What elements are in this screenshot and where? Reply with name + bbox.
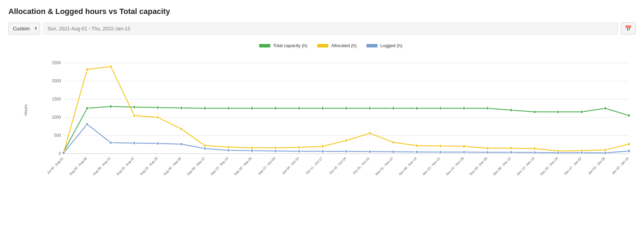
svg-point-60 [580, 111, 583, 113]
svg-point-71 [251, 146, 254, 149]
svg-point-57 [510, 109, 513, 111]
svg-point-112 [628, 150, 630, 153]
legend-color-total [259, 44, 270, 47]
svg-point-53 [416, 107, 418, 110]
svg-text:Dec-06 - Dec-12: Dec-06 - Dec-12 [492, 156, 512, 176]
svg-point-98 [298, 150, 301, 153]
svg-text:Nov-08 - Nov-14: Nov-08 - Nov-14 [398, 156, 417, 176]
svg-point-67 [156, 116, 159, 119]
svg-point-61 [604, 107, 607, 110]
svg-text:Jul-26 - Aug-01: Jul-26 - Aug-01 [46, 156, 64, 175]
period-select[interactable]: Custom [8, 23, 40, 35]
svg-point-76 [368, 132, 371, 135]
controls-bar: Custom ⬍ 📅 [8, 22, 636, 35]
svg-text:Nov-22 - Nov-28: Nov-22 - Nov-28 [445, 156, 464, 176]
svg-text:Oct-04 - Oct-10: Oct-04 - Oct-10 [281, 156, 300, 175]
svg-point-52 [392, 107, 395, 110]
svg-point-65 [109, 65, 112, 68]
svg-point-70 [227, 146, 230, 148]
legend-color-allocated [317, 44, 328, 47]
svg-point-97 [274, 150, 277, 153]
svg-text:Aug-23 - Aug-29: Aug-23 - Aug-29 [139, 156, 158, 176]
svg-point-39 [86, 107, 89, 110]
svg-point-47 [274, 107, 277, 110]
legend-label-logged: Logged (h) [380, 43, 402, 48]
svg-point-109 [557, 151, 559, 154]
svg-text:1000: 1000 [52, 115, 61, 120]
svg-point-81 [486, 147, 489, 149]
calendar-button[interactable]: 📅 [621, 22, 636, 35]
svg-text:Sep-20 - Sep-26: Sep-20 - Sep-26 [233, 156, 253, 176]
svg-point-92 [156, 142, 159, 145]
legend-color-logged [366, 44, 378, 47]
svg-text:Aug-30 - Sep-05: Aug-30 - Sep-05 [163, 156, 182, 176]
svg-point-94 [204, 147, 206, 150]
svg-text:2500: 2500 [52, 60, 61, 65]
chart-container: Total capacity (h) Allocated (h) Logged … [8, 43, 636, 185]
svg-point-107 [510, 151, 513, 154]
svg-point-80 [463, 145, 466, 148]
svg-text:Nov-15 - Nov-21: Nov-15 - Nov-21 [422, 156, 441, 176]
svg-point-46 [251, 107, 254, 110]
svg-point-75 [345, 139, 348, 142]
svg-point-108 [533, 151, 536, 154]
svg-text:Nov-01 - Nov-07: Nov-01 - Nov-07 [375, 156, 394, 176]
svg-text:Dec-20 - Dec-26: Dec-20 - Dec-26 [540, 156, 559, 176]
svg-point-40 [109, 105, 112, 108]
calendar-icon: 📅 [625, 25, 632, 31]
svg-point-42 [156, 106, 159, 109]
svg-point-56 [486, 107, 489, 110]
svg-text:Sep-27 - Oct-03: Sep-27 - Oct-03 [257, 156, 276, 176]
svg-point-95 [227, 149, 230, 152]
svg-point-93 [180, 143, 183, 146]
svg-point-64 [86, 68, 89, 71]
svg-point-104 [439, 151, 442, 154]
page-title: Allocation & Logged hours vs Total capac… [8, 7, 636, 16]
svg-point-44 [204, 107, 206, 110]
svg-point-79 [439, 144, 442, 147]
svg-point-106 [486, 151, 489, 154]
svg-text:Aug-02 - Aug-08: Aug-02 - Aug-08 [69, 156, 88, 176]
svg-point-58 [533, 111, 536, 113]
svg-point-62 [628, 114, 630, 117]
svg-point-66 [133, 114, 136, 117]
svg-point-55 [463, 107, 466, 110]
svg-point-69 [204, 144, 206, 147]
svg-point-110 [580, 151, 583, 154]
svg-text:Jan-03 - Jan-09: Jan-03 - Jan-09 [587, 156, 606, 175]
svg-point-59 [557, 111, 559, 113]
svg-text:Dec-13 - Dec-19: Dec-13 - Dec-19 [516, 156, 535, 176]
svg-text:Sep-13 - Sep-19: Sep-13 - Sep-19 [210, 156, 229, 176]
legend-allocated: Allocated (h) [317, 43, 357, 48]
legend-label-allocated: Allocated (h) [331, 43, 357, 48]
svg-point-100 [345, 150, 348, 153]
svg-point-89 [86, 123, 89, 126]
svg-point-77 [392, 141, 395, 144]
svg-point-101 [368, 150, 371, 153]
svg-point-51 [368, 107, 371, 110]
svg-text:500: 500 [54, 133, 61, 138]
svg-point-91 [133, 142, 136, 144]
svg-point-68 [180, 127, 183, 130]
legend-logged: Logged (h) [366, 43, 402, 48]
svg-point-74 [321, 145, 324, 148]
y-axis-label: Hours [23, 104, 28, 116]
svg-point-105 [463, 151, 466, 154]
svg-text:Dec-27 - Jan-02: Dec-27 - Jan-02 [564, 156, 583, 176]
svg-point-49 [321, 107, 324, 110]
svg-point-73 [298, 146, 301, 149]
svg-point-78 [416, 144, 418, 147]
svg-point-54 [439, 107, 442, 110]
svg-point-50 [345, 107, 348, 110]
svg-point-45 [227, 107, 230, 110]
svg-point-111 [604, 151, 607, 154]
svg-text:Oct-18 - Oct-24: Oct-18 - Oct-24 [329, 156, 347, 175]
svg-text:Jan-10 - Jan-16: Jan-10 - Jan-16 [611, 156, 629, 175]
svg-point-87 [628, 143, 630, 146]
svg-point-82 [510, 147, 513, 149]
legend-label-total: Total capacity (h) [273, 43, 307, 48]
date-range-input[interactable] [43, 23, 618, 35]
chart-legend: Total capacity (h) Allocated (h) Logged … [26, 43, 636, 48]
svg-text:Oct-11 - Oct-17: Oct-11 - Oct-17 [305, 156, 323, 175]
svg-point-102 [392, 150, 395, 153]
